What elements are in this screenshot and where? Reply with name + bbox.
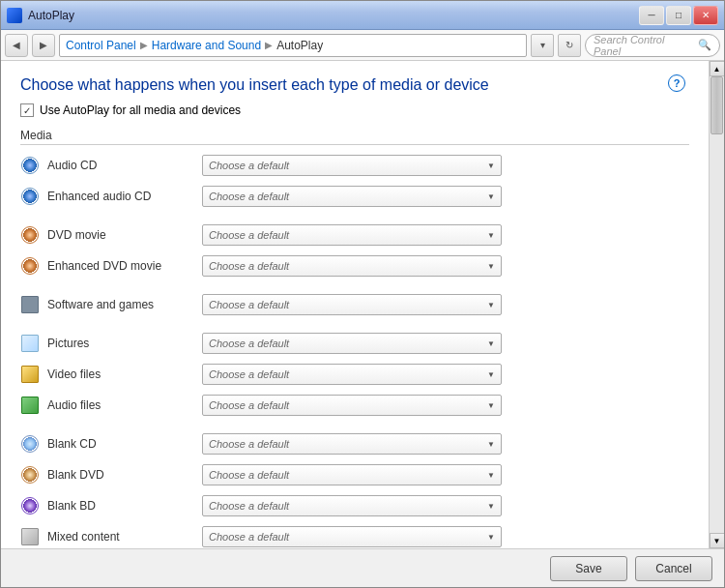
address-bar: ◀ ▶ Control Panel ▶ Hardware and Sound ▶… xyxy=(1,30,724,61)
help-icon[interactable]: ? xyxy=(668,74,685,92)
blank-cd-dropdown[interactable]: Choose a default ▼ xyxy=(202,433,502,455)
blank-dvd-label: Blank DVD xyxy=(47,468,202,482)
audio-cd-dropdown[interactable]: Choose a default ▼ xyxy=(202,155,502,176)
audio-files-dropdown-value: Choose a default xyxy=(209,399,289,411)
blank-cd-dropdown-arrow: ▼ xyxy=(487,440,495,449)
breadcrumb-hardware[interactable]: Hardware and Sound xyxy=(152,39,261,52)
pictures-dropdown[interactable]: Choose a default ▼ xyxy=(202,333,502,354)
audio-files-label: Audio files xyxy=(47,398,202,412)
pictures-dropdown-arrow: ▼ xyxy=(487,339,495,348)
enhanced-dvd-movie-dropdown[interactable]: Choose a default ▼ xyxy=(202,255,502,277)
main-content: ? Choose what happens when you insert ea… xyxy=(1,61,709,548)
mixed-content-dropdown-value: Choose a default xyxy=(209,531,289,543)
spacer-1 xyxy=(20,215,689,222)
cancel-button[interactable]: Cancel xyxy=(635,556,712,581)
dvd-movie-dropdown[interactable]: Choose a default ▼ xyxy=(202,224,502,246)
breadcrumb-bar: Control Panel ▶ Hardware and Sound ▶ Aut… xyxy=(59,34,527,57)
blank-bd-dropdown-value: Choose a default xyxy=(209,500,289,512)
scrollbar[interactable]: ▲ ▼ xyxy=(709,61,724,548)
refresh-button[interactable]: ↻ xyxy=(558,34,581,57)
software-games-label: Software and games xyxy=(47,298,202,311)
video-files-dropdown-arrow: ▼ xyxy=(487,370,495,379)
blank-dvd-dropdown-arrow: ▼ xyxy=(487,471,495,480)
enhanced-dvd-icon xyxy=(20,256,40,276)
close-button[interactable]: ✕ xyxy=(693,6,718,25)
video-files-dropdown[interactable]: Choose a default ▼ xyxy=(202,364,502,385)
software-icon xyxy=(20,295,40,314)
mixed-content-dropdown[interactable]: Choose a default ▼ xyxy=(202,526,502,547)
breadcrumb-sep-1: ▶ xyxy=(140,40,148,50)
audio-cd-dropdown-arrow: ▼ xyxy=(487,162,495,170)
pictures-icon xyxy=(20,334,40,353)
enhanced-audio-cd-dropdown-arrow: ▼ xyxy=(487,192,495,201)
blank-dvd-dropdown[interactable]: Choose a default ▼ xyxy=(202,464,502,485)
search-bar[interactable]: Search Control Panel 🔍 xyxy=(585,34,720,57)
media-item-blank-cd: Blank CD Choose a default ▼ xyxy=(20,431,689,456)
save-button[interactable]: Save xyxy=(550,556,627,581)
video-files-dropdown-value: Choose a default xyxy=(209,368,289,380)
minimize-button[interactable]: ─ xyxy=(639,6,664,25)
breadcrumb-control-panel[interactable]: Control Panel xyxy=(66,39,136,52)
blank-dvd-icon xyxy=(20,465,40,485)
page-title: Choose what happens when you insert each… xyxy=(20,76,689,94)
search-icon: 🔍 xyxy=(698,39,711,51)
dvd-movie-label: DVD movie xyxy=(47,228,202,242)
blank-dvd-dropdown-value: Choose a default xyxy=(209,469,289,481)
cd-icon xyxy=(20,156,40,175)
enhanced-dvd-movie-dropdown-value: Choose a default xyxy=(209,260,289,272)
dvd-movie-dropdown-arrow: ▼ xyxy=(487,231,495,240)
enhanced-audio-cd-label: Enhanced audio CD xyxy=(47,190,202,203)
back-button[interactable]: ◀ xyxy=(5,34,28,57)
maximize-button[interactable]: □ xyxy=(666,6,691,25)
media-item-video-files: Video files Choose a default ▼ xyxy=(20,362,689,387)
autoplay-window: AutoPlay ─ □ ✕ ◀ ▶ Control Panel ▶ Hardw… xyxy=(0,0,725,588)
title-bar-buttons: ─ □ ✕ xyxy=(639,6,718,25)
enhanced-audio-cd-dropdown[interactable]: Choose a default ▼ xyxy=(202,186,502,207)
media-item-blank-dvd: Blank DVD Choose a default ▼ xyxy=(20,462,689,487)
media-item-pictures: Pictures Choose a default ▼ xyxy=(20,331,689,356)
scroll-track[interactable] xyxy=(710,76,724,533)
breadcrumb-sep-2: ▶ xyxy=(265,40,273,50)
search-placeholder: Search Control Panel xyxy=(594,34,694,57)
pictures-label: Pictures xyxy=(47,337,202,350)
media-item-enhanced-audio-cd: Enhanced audio CD Choose a default ▼ xyxy=(20,184,689,209)
blank-cd-dropdown-value: Choose a default xyxy=(209,438,289,450)
scroll-up-button[interactable]: ▲ xyxy=(710,61,725,76)
spacer-2 xyxy=(20,284,689,292)
window-icon xyxy=(7,8,22,23)
autoplay-checkbox[interactable] xyxy=(20,103,34,117)
media-item-enhanced-dvd-movie: Enhanced DVD movie Choose a default ▼ xyxy=(20,253,689,279)
software-games-dropdown-value: Choose a default xyxy=(209,299,289,310)
address-dropdown-button[interactable]: ▾ xyxy=(531,34,554,57)
media-item-dvd-movie: DVD movie Choose a default ▼ xyxy=(20,222,689,248)
mixed-content-label: Mixed content xyxy=(47,530,202,544)
audio-files-dropdown-arrow: ▼ xyxy=(487,401,495,410)
media-item-audio-files: Audio files Choose a default ▼ xyxy=(20,393,689,418)
audio-cd-label: Audio CD xyxy=(47,159,202,172)
scroll-thumb[interactable] xyxy=(710,76,723,134)
spacer-4 xyxy=(20,424,689,431)
scroll-down-button[interactable]: ▼ xyxy=(710,533,725,548)
media-item-mixed-content: Mixed content Choose a default ▼ xyxy=(20,524,689,548)
media-item-audio-cd: Audio CD Choose a default ▼ xyxy=(20,153,689,178)
enhanced-cd-icon xyxy=(20,187,40,206)
autoplay-checkbox-row: Use AutoPlay for all media and devices xyxy=(20,103,689,117)
dvd-movie-dropdown-value: Choose a default xyxy=(209,229,289,241)
software-games-dropdown-arrow: ▼ xyxy=(487,301,495,309)
audio-cd-dropdown-value: Choose a default xyxy=(209,160,289,171)
software-games-dropdown[interactable]: Choose a default ▼ xyxy=(202,294,502,315)
blank-bd-label: Blank BD xyxy=(47,499,202,513)
bottom-bar: Save Cancel xyxy=(1,548,724,587)
audio-files-dropdown[interactable]: Choose a default ▼ xyxy=(202,395,502,416)
blank-bd-icon xyxy=(20,496,40,515)
forward-button[interactable]: ▶ xyxy=(32,34,55,57)
title-bar: AutoPlay ─ □ ✕ xyxy=(1,1,724,30)
enhanced-dvd-movie-label: Enhanced DVD movie xyxy=(47,259,202,273)
mixed-content-dropdown-arrow: ▼ xyxy=(487,533,495,542)
enhanced-dvd-movie-dropdown-arrow: ▼ xyxy=(487,262,495,271)
blank-bd-dropdown[interactable]: Choose a default ▼ xyxy=(202,495,502,516)
window-title: AutoPlay xyxy=(28,9,74,22)
title-bar-left: AutoPlay xyxy=(7,8,74,23)
blank-cd-icon xyxy=(20,434,40,454)
autoplay-checkbox-label: Use AutoPlay for all media and devices xyxy=(40,103,241,117)
